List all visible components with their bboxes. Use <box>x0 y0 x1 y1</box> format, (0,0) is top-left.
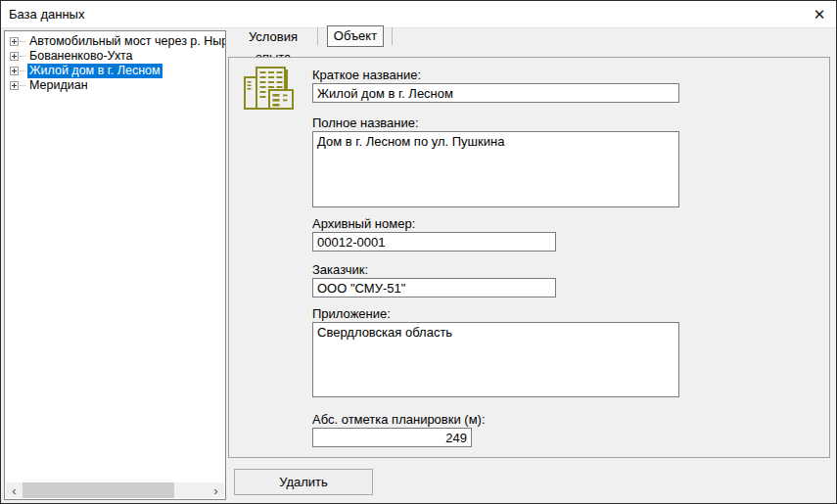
scroll-left-icon[interactable]: ‹ <box>6 482 23 498</box>
tree-item-bridge[interactable]: Автомобильный мост через р. Ныр <box>5 34 225 49</box>
short-name-label: Краткое название: <box>312 68 421 82</box>
scroll-right-icon[interactable]: › <box>208 482 224 498</box>
scrollbar-thumb[interactable] <box>23 482 174 498</box>
tab-separator <box>392 27 393 45</box>
close-icon[interactable]: ✕ <box>803 1 836 28</box>
tree-connector <box>20 56 25 57</box>
project-tree: Автомобильный мост через р. Ныр Бованенк… <box>4 30 226 500</box>
tree-item-label: Жилой дом в г. Лесном <box>27 64 163 78</box>
appendix-textarea[interactable]: Свердловская область <box>312 322 679 397</box>
tree-items: Автомобильный мост через р. Ныр Бованенк… <box>5 31 225 482</box>
tree-item-zhiloy-dom[interactable]: Жилой дом в г. Лесном <box>5 64 225 78</box>
expand-plus-icon[interactable] <box>10 37 19 46</box>
tree-item-meridian[interactable]: Меридиан <box>5 78 225 93</box>
tab-separator <box>317 27 318 45</box>
customer-label: Заказчик: <box>312 262 368 277</box>
tree-connector <box>20 41 25 42</box>
delete-button[interactable]: Удалить <box>234 469 373 495</box>
scrollbar-track[interactable] <box>23 482 208 498</box>
abs-elevation-input[interactable] <box>312 428 472 447</box>
tree-item-label: Меридиан <box>27 78 90 93</box>
titlebar[interactable]: База данных ✕ <box>1 1 836 28</box>
window-title: База данных <box>1 7 84 22</box>
appendix-label: Приложение: <box>312 306 391 321</box>
short-name-input[interactable] <box>312 83 679 103</box>
tab-usloviya-opyta[interactable]: Условия опыта <box>229 26 317 47</box>
tree-item-bovanenkovo[interactable]: Бованенково-Ухта <box>5 49 225 64</box>
customer-input[interactable] <box>312 278 556 298</box>
archive-number-input[interactable] <box>312 232 556 252</box>
expand-plus-icon[interactable] <box>10 52 19 61</box>
tree-connector <box>20 85 25 86</box>
database-dialog-window: База данных ✕ Автомобильный мост через р… <box>0 0 837 504</box>
tree-horizontal-scrollbar[interactable]: ‹ › <box>6 482 224 498</box>
tree-item-label: Автомобильный мост через р. Ныр <box>27 34 225 49</box>
archive-number-label: Архивный номер: <box>312 216 415 231</box>
expand-plus-icon[interactable] <box>10 81 19 90</box>
tree-connector <box>20 70 25 71</box>
tab-obyekt[interactable]: Объект <box>327 25 384 47</box>
buildings-icon <box>243 66 294 111</box>
full-name-textarea[interactable]: Дом в г. Лесном по ул. Пушкина <box>312 131 679 207</box>
abs-elevation-label: Абс. отметка планировки (м): <box>312 412 486 427</box>
expand-plus-icon[interactable] <box>10 67 19 75</box>
full-name-label: Полное название: <box>312 115 419 130</box>
tree-item-label: Бованенково-Ухта <box>27 49 135 64</box>
